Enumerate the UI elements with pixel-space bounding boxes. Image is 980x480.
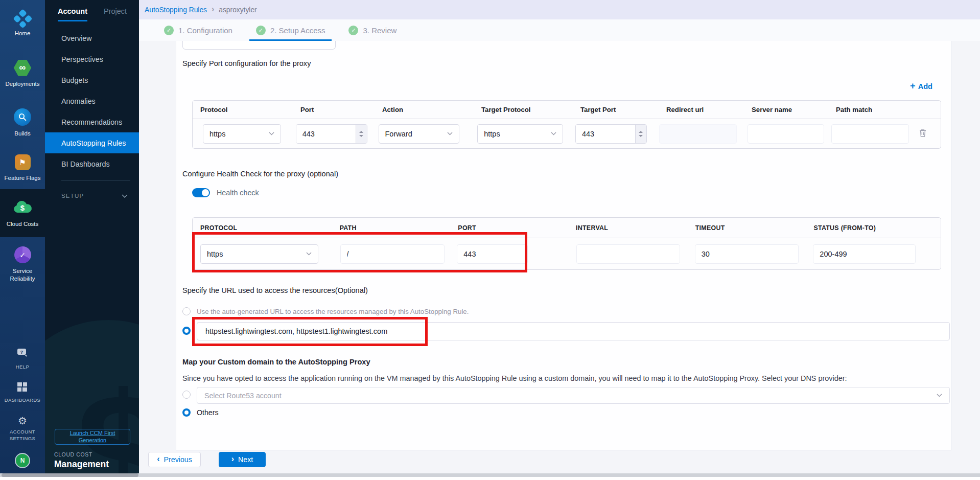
step-setup-access[interactable]: ✓ 2. Setup Access <box>249 19 332 41</box>
module-rail: Home ∞ Deployments Builds ⚑ Feature Flag… <box>0 0 45 473</box>
chevron-down-icon <box>269 132 274 135</box>
cloud-costs-submenu: $ Account Project Overview Perspectives … <box>45 0 139 473</box>
hc-timeout-input[interactable] <box>695 244 799 264</box>
col-server-name: Server name <box>744 106 828 113</box>
rail-item-cloud-costs[interactable]: $ Cloud Costs <box>0 189 45 237</box>
sidebar-item-overview[interactable]: Overview <box>45 28 139 49</box>
auto-url-label: Use the auto-generated URL to access the… <box>197 308 469 315</box>
port-table-header: Protocol Port Action Target Protocol Tar… <box>193 101 941 119</box>
others-option: Others <box>182 408 219 417</box>
trash-icon <box>919 128 927 138</box>
chevron-down-icon <box>551 132 556 135</box>
redirect-url-input[interactable] <box>659 124 737 144</box>
wizard-steps: ✓ 1. Configuration ✓ 2. Setup Access ✓ 3… <box>139 19 980 41</box>
route53-radio[interactable] <box>182 391 191 399</box>
user-avatar[interactable]: N <box>16 454 29 467</box>
chevron-down-icon <box>306 252 312 256</box>
scrollbar-thumb[interactable] <box>2 473 138 477</box>
target-port-input[interactable] <box>576 125 635 143</box>
target-port-number-input <box>575 124 647 144</box>
step-label: 2. Setup Access <box>270 26 325 35</box>
submenu-list: Overview Perspectives Budgets Anomalies … <box>45 28 139 204</box>
util-label: DASHBOARDS <box>2 397 43 403</box>
chevron-down-icon <box>447 132 453 135</box>
port-number-input <box>296 124 367 144</box>
launch-ccm-first-gen-button[interactable]: Launch CCM First Generation <box>55 429 130 445</box>
path-match-input[interactable] <box>831 124 909 144</box>
sidebar-item-recommendations[interactable]: Recommendations <box>45 111 139 132</box>
breadcrumb: AutoStopping Rules › asproxytyler <box>139 0 980 19</box>
route53-account-select[interactable]: Select Route53 account <box>197 387 950 404</box>
custom-url-option <box>182 327 191 335</box>
scrolled-input-partial[interactable] <box>182 41 336 50</box>
service-reliability-icon: ✓ <box>14 246 31 263</box>
number-stepper[interactable] <box>356 125 367 143</box>
step-review[interactable]: ✓ 3. Review <box>342 19 403 41</box>
step-label: 1. Configuration <box>178 26 232 35</box>
sidebar-item-perspectives[interactable]: Perspectives <box>45 49 139 70</box>
breadcrumb-parent-link[interactable]: AutoStopping Rules <box>145 6 207 14</box>
main-content: AutoStopping Rules › asproxytyler ✓ 1. C… <box>139 0 980 473</box>
wizard-footer: ‹ Previous › Next <box>148 452 980 467</box>
others-radio[interactable] <box>182 408 191 417</box>
port-input[interactable] <box>296 125 356 143</box>
account-settings-button[interactable]: ⚙ ACCOUNT SETTINGS <box>2 416 43 442</box>
hc-interval-input[interactable] <box>576 244 680 264</box>
tab-project[interactable]: Project <box>104 7 127 21</box>
action-value: Forward <box>385 130 412 138</box>
util-label: ACCOUNT SETTINGS <box>2 429 43 442</box>
rail-item-builds[interactable]: Builds <box>0 98 45 147</box>
auto-url-radio[interactable] <box>182 307 191 315</box>
target-protocol-select[interactable]: https <box>477 124 563 144</box>
col-path-match: Path match <box>828 106 914 113</box>
protocol-select[interactable]: https <box>203 124 281 144</box>
chevron-right-icon: › <box>231 455 234 463</box>
previous-label: Previous <box>164 455 192 464</box>
next-button[interactable]: › Next <box>219 452 266 467</box>
action-select[interactable]: Forward <box>379 124 459 144</box>
sidebar-item-autostopping-rules[interactable]: AutoStopping Rules <box>45 132 139 153</box>
rail-item-feature-flags[interactable]: ⚑ Feature Flags <box>0 147 45 189</box>
hc-path-input[interactable] <box>340 244 445 264</box>
number-stepper[interactable] <box>635 125 646 143</box>
horizontal-scrollbar[interactable] <box>0 473 980 477</box>
health-check-toggle[interactable] <box>192 188 210 197</box>
col-redirect-url: Redirect url <box>659 106 744 113</box>
rail-item-service-reliability[interactable]: ✓ Service Reliability <box>0 237 45 291</box>
sidebar-item-anomalies[interactable]: Anomalies <box>45 90 139 111</box>
hc-port-input[interactable] <box>457 244 528 264</box>
route53-placeholder: Select Route53 account <box>204 392 282 400</box>
tab-account[interactable]: Account <box>58 7 87 21</box>
dashboards-button[interactable]: DASHBOARDS <box>2 382 43 403</box>
step-configuration[interactable]: ✓ 1. Configuration <box>157 19 239 41</box>
delete-row-button[interactable] <box>917 126 929 141</box>
custom-url-input[interactable] <box>197 322 950 340</box>
others-label: Others <box>197 408 219 417</box>
col-hc-path: PATH <box>332 224 451 232</box>
sidebar-item-budgets[interactable]: Budgets <box>45 70 139 90</box>
help-button[interactable]: ? HELP <box>2 348 43 370</box>
rail-item-deployments[interactable]: ∞ Deployments <box>0 49 45 98</box>
rail-item-home[interactable]: Home <box>0 0 45 49</box>
add-port-row-button[interactable]: + Add <box>910 82 932 90</box>
col-action: Action <box>375 106 474 113</box>
rail-item-label: Cloud Costs <box>2 220 43 227</box>
port-config-title: Specify Port configuration for the proxy <box>182 59 311 67</box>
step-check-icon: ✓ <box>256 26 266 35</box>
gear-icon: ⚙ <box>18 416 27 426</box>
module-title: Management <box>54 459 109 470</box>
sidebar-item-bi-dashboards[interactable]: BI Dashboards <box>45 153 139 174</box>
auto-url-option: Use the auto-generated URL to access the… <box>182 307 469 315</box>
svg-text:$: $ <box>20 203 25 212</box>
chevron-left-icon: ‹ <box>157 455 159 463</box>
custom-domain-title: Map your Custom domain to the AutoStoppi… <box>182 358 370 366</box>
previous-button[interactable]: ‹ Previous <box>148 452 201 467</box>
server-name-input[interactable] <box>748 124 824 144</box>
setup-section-toggle[interactable]: SETUP <box>45 187 139 204</box>
step-label: 3. Review <box>363 26 396 35</box>
route53-option <box>182 391 191 399</box>
hc-status-input[interactable] <box>813 244 916 264</box>
hc-protocol-select[interactable]: https <box>200 244 318 264</box>
builds-icon <box>14 108 31 126</box>
custom-url-radio[interactable] <box>182 327 191 335</box>
